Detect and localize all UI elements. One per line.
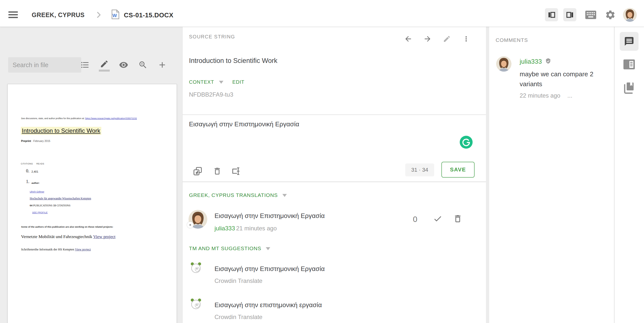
context-toggle[interactable]: CONTEXT [189,79,224,85]
toggle-left-panel-button[interactable] [545,8,558,21]
right-icon-rail [614,26,644,323]
grammarly-icon[interactable] [460,136,472,148]
comments-header: COMMENTS [496,37,528,43]
suggestion-source: Crowdin Translate [214,278,262,284]
chat-bubble-icon [624,36,634,46]
suggestion-text[interactable]: Εισαγωγή στην Επιστημονική Εργασία [214,265,325,273]
doc-author-label: author: [32,182,40,184]
crowdin-translate-panda-icon [190,298,202,310]
doc-citations-number: 0. [26,168,30,174]
doc-project1-line: Vernetzte Mobilität und Fahrzeugtechnik … [21,234,116,239]
doc-cit-label: CITATIONS [56,204,70,207]
doc-project1-title: Vernetzte Mobilität und Fahrzeugtechnik [21,234,92,239]
translations-section-toggle[interactable]: GREEK, CYPRUS TRANSLATIONS [189,192,287,198]
save-button[interactable]: SAVE [442,162,474,178]
settings-gear-icon[interactable] [604,10,616,20]
glossary-tab[interactable] [623,82,635,94]
add-icon[interactable] [158,60,167,70]
comment-time: 22 minutes ago [520,92,560,99]
suggestions-dropdown-triangle-icon [266,247,270,250]
translation-votes: 0 [413,215,417,224]
copy-source-icon[interactable] [192,166,203,176]
comment-more-options[interactable]: ... [568,92,572,99]
context-label: CONTEXT [189,79,214,85]
editor-bottom-divider [182,182,486,182]
file-context-tab[interactable] [623,59,635,70]
doc-author-affiliation-link[interactable]: Hochschule für angewandte Wissenschaften… [30,197,91,200]
panel-gap [486,26,489,323]
doc-project2-link[interactable]: View project [75,248,91,251]
doc-reads-value: 2,401 [32,170,38,173]
source-string-text: Introduction to Scientific Work [189,57,278,65]
translation-author-badge-icon [187,222,194,228]
comment-author-line: julia333 [520,58,551,66]
doc-preface-link[interactable]: https://www.researchgate.net/publication… [85,117,137,120]
translation-author[interactable]: julia333 [214,225,235,232]
zoom-in-icon[interactable] [138,60,148,70]
breadcrumb-chevron-icon [96,12,102,18]
context-edit-button[interactable]: EDIT [232,79,244,85]
doc-author-stats: 64 PUBLICATIONS 33 CITATIONS [30,204,70,207]
crowdin-translate-panda-icon [190,262,202,274]
keyboard-shortcuts-icon[interactable] [585,10,596,20]
comment-meta: 22 minutes ago ... [520,92,572,99]
preview-eye-icon[interactable] [119,60,128,70]
word-file-icon: W [112,10,120,19]
editor-panel: SOURCE STRING Introduction to Scientific… [182,26,486,323]
user-avatar[interactable] [623,8,637,22]
top-bar: GREEK, CYPRUS W CS-01-15.DOCX [0,0,644,27]
doc-pubs-count: 64 [30,204,32,207]
toggle-right-panel-button[interactable] [563,8,576,21]
highlight-color-bar [99,70,110,72]
doc-pubs-label: PUBLICATIONS [33,204,52,207]
file-name: CS-01-15.DOCX [124,12,174,19]
translation-input[interactable]: Εισαγωγή στην Επιστημονική Εργασία [189,120,437,128]
translation-meta: julia333 21 minutes ago [214,225,277,232]
hamburger-menu-icon[interactable] [8,11,18,19]
search-input[interactable] [8,57,81,72]
translation-time: 21 minutes ago [236,225,277,232]
text-selection-icon[interactable] [230,166,242,176]
editor-top-divider [182,114,486,115]
doc-see-profile-link[interactable]: SEE PROFILE [32,211,48,214]
previous-string-icon[interactable] [404,34,413,43]
next-string-icon[interactable] [423,34,432,43]
doc-preface-text: See discussions, stats, and author profi… [21,117,84,120]
translation-text[interactable]: Εισαγωγή στην Επιστημονική Εργασία [214,212,325,220]
context-value: NFDBB2FA9-tu3 [189,91,233,98]
suggestion-text[interactable]: Εισαγωγή στην επιστημονική εργασία [214,301,322,309]
breadcrumb-project[interactable]: GREEK, CYPRUS [32,12,84,18]
strings-list-icon[interactable] [80,60,90,70]
translations-header: GREEK, CYPRUS TRANSLATIONS [189,192,278,198]
doc-project2-title: Schriftenreihe Informatik der HS Kempten [21,248,74,251]
suggestion-source: Crowdin Translate [214,314,262,320]
document-page-preview[interactable]: See discussions, stats, and author profi… [8,84,177,323]
approve-translation-check-icon[interactable] [433,214,443,224]
source-string-header: SOURCE STRING [189,34,235,40]
doc-title[interactable]: Introduction to Scientific Work [21,127,101,135]
comment-author[interactable]: julia333 [520,58,542,65]
doc-reads-label: READS [36,162,44,165]
highlight-pencil-icon[interactable] [100,59,109,68]
svg-text:W: W [112,13,117,18]
verified-shield-icon [545,58,551,64]
translations-dropdown-triangle-icon [282,194,287,197]
more-options-icon[interactable] [462,34,470,43]
doc-project1-link[interactable]: View project [93,234,116,239]
doc-preprint-date: · February 2015 [32,140,50,142]
comments-tab-active[interactable] [620,32,638,51]
doc-preprint-line: Preprint · February 2015 [21,140,50,142]
article-icon [624,60,635,69]
doc-related-note: Some of the authors of this publication … [21,226,113,228]
doc-cit-count: 33 [53,204,56,207]
suggestions-section-toggle[interactable]: TM AND MT SUGGESTIONS [189,246,270,252]
suggestions-header: TM AND MT SUGGESTIONS [189,246,261,251]
context-dropdown-triangle-icon [219,81,224,84]
doc-author-number: 1. [26,179,30,184]
doc-author-name-link[interactable]: Ulrich Göhner [30,190,44,193]
clear-translation-trash-icon[interactable] [212,166,222,176]
doc-preface-line: See discussions, stats, and author profi… [21,117,137,120]
doc-preprint-label: Preprint [21,140,31,142]
delete-translation-trash-icon[interactable] [452,213,463,224]
edit-source-pencil-icon[interactable] [442,34,451,43]
